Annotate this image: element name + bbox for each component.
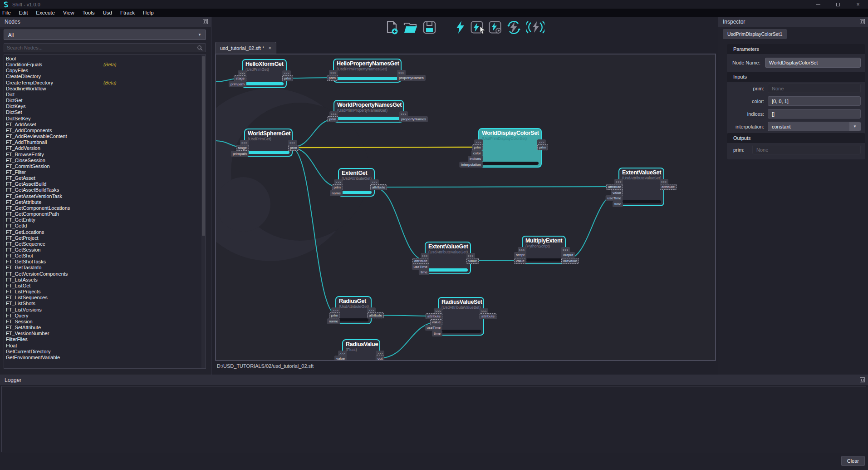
port-value[interactable]: value [430,319,442,325]
node-list-item[interactable]: FT_ListVersions [4,307,206,313]
graph-node-RadiusGet[interactable]: RadiusGet(UsdAttributeGet) [335,296,372,324]
node-list-item[interactable]: FT_GetAssetVersionTask [4,193,206,199]
port-script[interactable]: script [514,252,526,258]
node-list-item[interactable]: FT_GetTaskInfo [4,265,206,271]
port-attribute[interactable]: attribute [480,313,496,319]
node-list-item[interactable]: FT_GetShot [4,253,206,259]
port-prim[interactable]: prim [327,75,338,81]
node-list-item[interactable]: ConditionEquals(Beta) [4,62,206,68]
node-list-item[interactable]: DeadlineWorkflow [4,86,206,92]
port-value[interactable]: value [466,258,479,264]
port-prim[interactable]: prim [288,145,299,151]
port-name[interactable]: name [330,190,343,196]
menu-item-view[interactable]: View [59,10,78,15]
graph-node-ExtentValueSet[interactable]: ExtentValueSet(UsdAttributeValueSet) [618,168,664,206]
undock-icon[interactable] [203,19,208,24]
menu-item-tools[interactable]: Tools [78,10,99,15]
node-list-item[interactable]: Dict [4,92,206,98]
undock-icon[interactable] [860,19,865,24]
node-list-item[interactable]: FT_GetLocations [4,229,206,235]
node-filter-dropdown[interactable]: All ▼ [4,30,206,40]
open-file-button[interactable] [403,20,418,34]
port-attribute[interactable]: attribute [412,258,429,264]
port-stage[interactable]: stage [234,75,246,81]
port-time[interactable]: time [432,331,442,336]
port-primpath[interactable]: primpath [231,151,249,157]
node-list-item[interactable]: FT_GetSession [4,247,206,253]
execute-refresh-button[interactable] [507,20,521,35]
port-propertyNames[interactable]: propertyNames [397,75,426,81]
port-out[interactable]: out [376,356,384,361]
graph-canvas[interactable]: HelloXformGet(UsdPrimGet)>>>stageprimpat… [215,54,716,361]
port-indices[interactable]: indices [468,156,483,162]
node-list-item[interactable]: FT_ListShots [4,301,206,307]
graph-node-RadiusValue[interactable]: RadiusValue(Float) [342,339,380,361]
port-time[interactable]: time [419,269,429,275]
node-list-item[interactable]: FT_CommitSession [4,163,206,169]
node-list-item[interactable]: FT_SetAttribute [4,325,206,331]
color-field[interactable]: [0, 0, 1] [768,96,861,106]
search-nodes-input[interactable] [7,45,197,50]
graph-node-MultiplyExtent[interactable]: MultiplyExtent(PythonScript) [522,236,566,264]
node-list-item[interactable]: FT_GetEntity [4,217,206,223]
menu-item-help[interactable]: Help [139,10,158,15]
port-output[interactable]: output [561,252,575,258]
node-list-item[interactable]: FT_GetId [4,223,206,229]
node-list-item[interactable]: CreateDirectory [4,74,206,79]
tab-close-icon[interactable]: × [268,45,271,51]
node-list-item[interactable]: FT_Session [4,319,206,325]
node-list-item[interactable]: FT_Filter [4,169,206,175]
node-list-item[interactable]: FT_CloseSession [4,158,206,163]
node-list-item[interactable]: DictSetKey [4,116,206,122]
close-button[interactable]: × [848,0,868,9]
node-list-item[interactable]: FT_ListSequences [4,295,206,301]
menu-item-execute[interactable]: Execute [32,10,59,15]
node-list-item[interactable]: FT_GetSequence [4,241,206,247]
execute-play-button[interactable] [489,21,501,34]
port-useTime[interactable]: useTime [425,325,442,331]
port-attribute[interactable]: attribute [367,312,384,318]
port-time[interactable]: time [613,201,623,207]
port-color[interactable]: color [471,150,483,156]
tab-usd-tutorial-02[interactable]: usd_tutorial_02.sft * × [215,42,276,54]
port-outValue[interactable]: outValue [561,258,579,264]
node-list-item[interactable]: FT_GetComponentLocations [4,205,206,211]
new-file-button[interactable] [385,20,399,35]
scrollbar-thumb[interactable] [202,56,205,236]
graph-node-HelloXformGet[interactable]: HelloXformGet(UsdPrimGet) [242,59,287,88]
node-list-item[interactable]: FT_ListAssets [4,277,206,283]
node-list-item[interactable]: Float [4,343,206,349]
port-prim[interactable]: prim [537,144,548,150]
node-list-item[interactable]: FT_GetAssetBuildTasks [4,187,206,193]
graph-node-WorldDisplayColorSet[interactable]: WorldDisplayColorSet(UsdPrimDisplayColor… [478,128,542,168]
save-file-button[interactable] [422,20,436,35]
node-list-item[interactable]: DictSet [4,109,206,115]
port-prim[interactable]: prim [332,184,343,190]
node-list-item[interactable]: FT_GetAssetBuild [4,181,206,187]
port-value[interactable]: value [334,356,347,361]
node-list-item[interactable]: GetCurrentDirectory [4,349,206,355]
node-list-item[interactable]: FT_GetVersionComponents [4,271,206,277]
port-prim[interactable]: prim [329,312,340,318]
node-list-item[interactable]: FT_AddThumbnail [4,139,206,145]
execute-button[interactable] [456,20,465,34]
node-list-item[interactable]: FT_AddReviewableContent [4,134,206,139]
minimize-button[interactable] [808,0,828,9]
port-prim[interactable]: prim [472,144,483,150]
graph-node-ExtentGet[interactable]: ExtentGet(UsdAttributeGet) [338,168,375,197]
execute-signal-button[interactable] [526,20,544,34]
port-prim[interactable]: prim [327,116,338,122]
node-list-item[interactable]: FT_AddComponents [4,128,206,134]
undock-icon[interactable] [860,377,865,382]
port-attribute[interactable]: attribute [606,184,623,190]
node-list-item[interactable]: FT_GetComponentPath [4,211,206,217]
graph-node-HelloPropertyNamesGet[interactable]: HelloPropertyNamesGet(UsdPrimPropertyNam… [333,59,402,83]
node-list-item[interactable]: GetEnvironmentVariable [4,355,206,361]
node-list-item[interactable]: Bool [4,56,206,62]
graph-node-WorldPropertyNamesGet[interactable]: WorldPropertyNamesGet(UsdPrimPropertyNam… [333,100,404,123]
port-attribute[interactable]: attribute [426,313,442,319]
port-attribute[interactable]: attribute [370,184,387,190]
node-list-item[interactable]: FT_VersionNumber [4,331,206,336]
node-list-item[interactable]: FT_BrowseEntity [4,152,206,158]
node-list-item[interactable]: FT_ListProjects [4,289,206,295]
